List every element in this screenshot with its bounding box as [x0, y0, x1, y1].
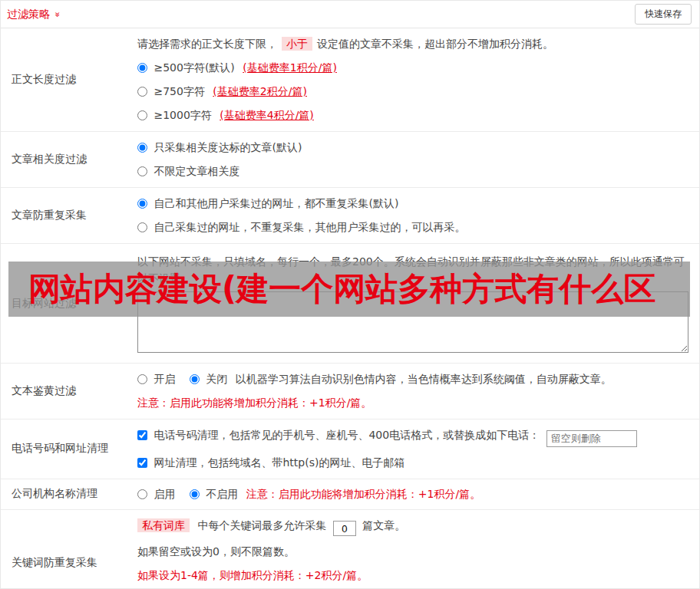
phone-url-cleanup-label: 电话号码和网址清理	[1, 420, 130, 479]
watermark-overlay: 网站内容建设(建一个网站多种方式有什么区	[8, 262, 690, 317]
dedup-radio-own[interactable]	[137, 222, 147, 232]
row-relevance-filter: 文章相关度过滤 只采集相关度达标的文章(默认) 不限定文章相关度	[1, 132, 699, 188]
filter-settings-panel: 过滤策略 » 快速保存 正文长度过滤 请选择需求的正文长度下限，小于设定值的文章…	[0, 0, 700, 589]
section-title-toggle[interactable]: 过滤策略 »	[7, 8, 61, 21]
length-option-1000-note: (基础费率4积分/篇)	[220, 109, 314, 121]
company-option-off[interactable]: 不启用	[190, 488, 242, 500]
row-keyword-dedup: 关键词防重复采集 私有词库 中每个关键词最多允许采集 篇文章。 如果留空或设为0…	[1, 510, 699, 589]
length-radio-500[interactable]	[137, 63, 147, 73]
porn-radio-off[interactable]	[190, 374, 200, 384]
porn-option-on[interactable]: 开启	[137, 373, 179, 385]
company-option-off-label: 不启用	[206, 488, 238, 500]
row-dedup-filter: 文章防重复采集 自己和其他用户采集过的网址，都不重复采集(默认) 自己采集过的网…	[1, 188, 699, 244]
relevance-option-strict[interactable]: 只采集相关度达标的文章(默认)	[137, 141, 302, 153]
dedup-option-own[interactable]: 自己采集过的网址，不重复采集，其他用户采集过的，可以再采。	[137, 221, 465, 233]
length-option-1000[interactable]: ≥1000字符 (基础费率4积分/篇)	[137, 109, 314, 121]
double-chevron-down-icon: »	[52, 12, 63, 17]
private-lexicon-highlight: 私有词库	[137, 518, 190, 532]
length-option-500-note: (基础费率1积分/篇)	[243, 61, 337, 74]
length-radio-1000[interactable]	[137, 110, 147, 120]
keyword-note-zero: 如果留空或设为0，则不限篇数。	[137, 544, 688, 560]
porn-option-off[interactable]: 关闭	[190, 373, 231, 385]
row-phone-url-cleanup: 电话号码和网址清理 电话号码清理，包括常见的手机号、座机号、400电话格式，或替…	[1, 420, 699, 479]
dedup-option-own-label: 自己采集过的网址，不重复采集，其他用户采集过的，可以再采。	[154, 221, 465, 233]
length-option-750[interactable]: ≥750字符 (基础费率2积分/篇)	[137, 85, 307, 97]
porn-radio-on[interactable]	[137, 374, 147, 384]
porn-option-on-label: 开启	[154, 373, 175, 385]
relevance-radio-any[interactable]	[137, 166, 147, 176]
length-option-1000-label: ≥1000字符	[154, 109, 211, 121]
row-length-filter: 正文长度过滤 请选择需求的正文长度下限，小于设定值的文章不采集，超出部分不增加积…	[1, 28, 699, 132]
keyword-limit-unit: 篇文章。	[362, 519, 405, 531]
porn-filter-desc: 以机器学习算法自动识别色情内容，当色情概率达到系统阈值，自动屏蔽文章。	[236, 373, 612, 385]
relevance-option-any-label: 不限定文章相关度	[154, 165, 239, 177]
keyword-note-cost: 如果设为1-4篇，则增加积分消耗：+2积分/篇。	[137, 568, 688, 584]
replacement-phone-input[interactable]	[546, 430, 637, 447]
porn-option-off-label: 关闭	[206, 373, 227, 385]
less-than-highlight: 小于	[282, 37, 312, 51]
company-radio-off[interactable]	[190, 489, 200, 499]
length-option-750-label: ≥750字符	[154, 85, 204, 97]
url-cleanup-checkbox[interactable]	[137, 458, 147, 468]
company-option-on[interactable]: 启用	[137, 488, 179, 500]
keyword-max-count-input[interactable]	[333, 521, 356, 536]
relevance-option-strict-label: 只采集相关度达标的文章(默认)	[154, 141, 302, 153]
relevance-option-any[interactable]: 不限定文章相关度	[137, 165, 239, 177]
porn-filter-label: 文本鉴黄过滤	[1, 364, 130, 419]
relevance-radio-strict[interactable]	[137, 143, 147, 153]
dedup-option-global-label: 自己和其他用户采集过的网址，都不重复采集(默认)	[154, 197, 398, 209]
porn-filter-note: 注意：启用此功能将增加积分消耗：+1积分/篇。	[137, 395, 688, 411]
dedup-option-global[interactable]: 自己和其他用户采集过的网址，都不重复采集(默认)	[137, 197, 398, 209]
phone-cleanup-option[interactable]: 电话号码清理，包括常见的手机号、座机号、400电话格式，或替换成如下电话：	[137, 429, 543, 441]
row-company-cleanup: 公司机构名称清理 启用 不启用 注意：启用此功能将增加积分消耗：+1积分/篇。	[1, 479, 699, 510]
keyword-dedup-label: 关键词防重复采集	[1, 510, 130, 589]
dedup-radio-global[interactable]	[137, 199, 147, 209]
length-filter-desc: 请选择需求的正文长度下限，小于设定值的文章不采集，超出部分不增加积分消耗。	[137, 36, 688, 52]
relevance-filter-label: 文章相关度过滤	[1, 132, 130, 187]
panel-header: 过滤策略 » 快速保存	[1, 1, 699, 28]
length-option-500[interactable]: ≥500字符(默认) (基础费率1积分/篇)	[137, 61, 337, 74]
quick-save-button[interactable]: 快速保存	[635, 4, 692, 25]
row-porn-filter: 文本鉴黄过滤 开启 关闭 以机器学习算法自动识别色情内容，当色情概率达到系统阈值…	[1, 364, 699, 420]
watermark-text: 网站内容建设(建一个网站多种方式有什么区	[28, 268, 655, 311]
phone-cleanup-checkbox[interactable]	[137, 430, 147, 440]
company-cleanup-note: 注意：启用此功能将增加积分消耗：+1积分/篇。	[246, 488, 480, 500]
dedup-filter-label: 文章防重复采集	[1, 188, 130, 243]
length-option-750-note: (基础费率2积分/篇)	[213, 85, 307, 97]
phone-cleanup-label: 电话号码清理，包括常见的手机号、座机号、400电话格式，或替换成如下电话：	[154, 429, 540, 441]
company-radio-on[interactable]	[137, 489, 147, 499]
url-cleanup-option[interactable]: 网址清理，包括纯域名、带http(s)的网址、电子邮箱	[137, 456, 404, 469]
company-option-on-label: 启用	[154, 488, 175, 500]
section-title: 过滤策略	[7, 8, 50, 20]
url-cleanup-label: 网址清理，包括纯域名、带http(s)的网址、电子邮箱	[154, 456, 404, 469]
keyword-limit-text: 中每个关键词最多允许采集	[197, 519, 326, 531]
length-option-500-label: ≥500字符(默认)	[154, 61, 234, 74]
company-cleanup-label: 公司机构名称清理	[1, 479, 130, 509]
length-radio-750[interactable]	[137, 87, 147, 97]
length-filter-label: 正文长度过滤	[1, 28, 130, 131]
